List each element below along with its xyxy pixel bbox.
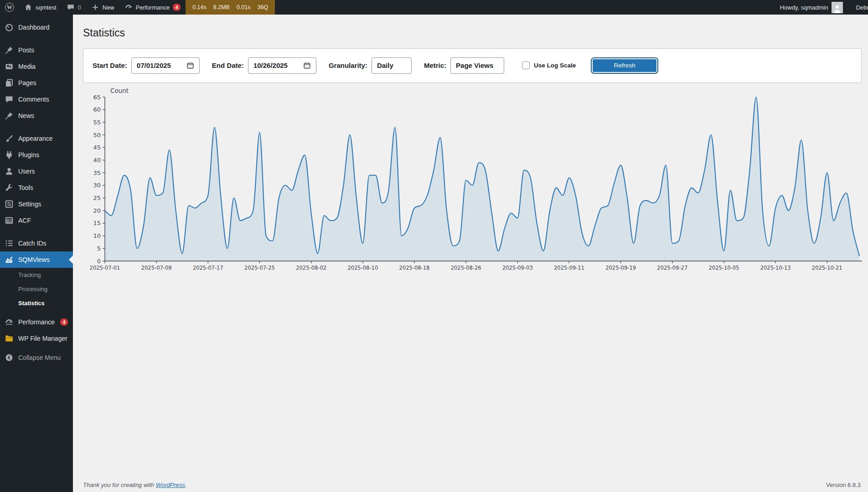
log-scale-checkbox[interactable] — [522, 62, 530, 69]
wp-logo-menu[interactable]: W — [0, 0, 19, 15]
end-date-input[interactable]: 10/26/2025 — [248, 57, 316, 74]
sidebar-item-comments[interactable]: Comments — [0, 91, 73, 108]
sidebar-item-sqmviews[interactable]: SQMViews — [0, 251, 73, 268]
performance-label: Performance — [136, 4, 170, 11]
start-date-input[interactable]: 07/01/2025 — [131, 57, 200, 74]
debug-label: Debug — [856, 4, 868, 11]
svg-text:2025-10-21: 2025-10-21 — [812, 265, 842, 271]
new-content-menu[interactable]: New — [86, 0, 119, 15]
plugins-icon — [5, 150, 14, 159]
svg-text:2025-09-27: 2025-09-27 — [657, 265, 687, 271]
svg-text:2025-10-05: 2025-10-05 — [709, 265, 739, 271]
howdy-label: Howdy, sqmadmin — [780, 4, 828, 11]
comments-icon — [5, 95, 14, 104]
sidebar-item-tools[interactable]: Tools — [0, 179, 73, 196]
metric-select[interactable]: Page Views — [450, 57, 504, 74]
svg-text:25: 25 — [93, 195, 101, 201]
submenu-item-processing[interactable]: Processing — [0, 282, 73, 296]
sidebar-item-settings[interactable]: Settings — [0, 196, 73, 212]
calendar-icon[interactable] — [303, 62, 311, 69]
end-date-group: End Date: 10/26/2025 — [212, 57, 316, 74]
start-date-value: 07/01/2025 — [137, 62, 171, 69]
comments-shortcut[interactable]: 0 — [62, 0, 86, 15]
submenu-item-statistics[interactable]: Statistics — [0, 296, 73, 310]
controls-card: Start Date: 07/01/2025 End Date: 10/26/2… — [83, 48, 862, 83]
svg-text:35: 35 — [93, 169, 101, 176]
end-date-value: 10/26/2025 — [253, 62, 288, 69]
svg-text:0: 0 — [97, 258, 101, 265]
qm-memory: 8.2MB — [213, 4, 230, 10]
area-chart-canvas: 05101520253035404550556065Count2025-07-0… — [73, 82, 868, 285]
pin-icon — [5, 46, 14, 55]
comment-bubble-icon — [67, 3, 75, 11]
chart-area-fill — [105, 97, 859, 261]
svg-text:30: 30 — [93, 182, 101, 189]
sidebar-item-users[interactable]: Users — [0, 163, 73, 179]
svg-text:10: 10 — [93, 232, 101, 239]
log-scale-group: Use Log Scale — [522, 62, 576, 69]
sidebar-item-collapse-menu[interactable]: Collapse Menu — [0, 349, 73, 366]
site-name-link[interactable]: sqmtest — [19, 0, 62, 15]
numbered-list-icon — [5, 239, 14, 248]
svg-text:2025-09-03: 2025-09-03 — [502, 265, 533, 271]
start-date-group: Start Date: 07/01/2025 — [93, 57, 200, 74]
svg-text:60: 60 — [93, 106, 101, 113]
performance-gauge-icon — [124, 3, 133, 11]
home-icon — [24, 3, 32, 11]
sidebar-item-wp-file-manager[interactable]: WP File Manager — [0, 330, 73, 347]
new-label: New — [103, 4, 114, 11]
svg-text:2025-07-01: 2025-07-01 — [90, 265, 120, 271]
metric-label: Metric: — [424, 62, 446, 69]
svg-text:45: 45 — [93, 144, 101, 151]
svg-text:2025-07-25: 2025-07-25 — [244, 265, 275, 271]
calendar-icon[interactable] — [186, 62, 194, 69]
svg-text:40: 40 — [93, 157, 101, 164]
plus-icon — [91, 3, 99, 11]
sidebar-item-catch-ids[interactable]: Catch IDs — [0, 235, 73, 251]
sidebar-item-posts[interactable]: Posts — [0, 42, 73, 58]
admin-bar: W sqmtest 0 New Performance 4 0.14s 8.2M… — [0, 0, 868, 15]
debug-menu[interactable]: Debug — [848, 0, 868, 15]
collapse-arrow-icon — [5, 353, 14, 362]
dashboard-icon — [5, 23, 14, 32]
granularity-select[interactable]: Daily — [372, 57, 412, 74]
qm-page-time: 0.14s — [192, 4, 207, 10]
svg-text:2025-07-17: 2025-07-17 — [193, 265, 223, 271]
admin-sidebar: Dashboard Posts Media Pages Comments New… — [0, 15, 73, 492]
svg-text:2025-08-18: 2025-08-18 — [399, 265, 430, 271]
qm-query-count: 36Q — [258, 4, 269, 10]
granularity-label: Granularity: — [329, 62, 367, 69]
sidebar-item-pages[interactable]: Pages — [0, 75, 73, 91]
performance-badge: 4 — [173, 4, 181, 11]
sidebar-item-plugins[interactable]: Plugins — [0, 147, 73, 163]
log-scale-label: Use Log Scale — [534, 62, 576, 69]
refresh-button[interactable]: Refresh — [592, 58, 657, 73]
submenu-item-tracking[interactable]: Tracking — [0, 268, 73, 282]
statistics-chart: 05101520253035404550556065Count2025-07-0… — [73, 82, 868, 285]
sidebar-item-dashboard[interactable]: Dashboard — [0, 19, 73, 36]
folder-icon — [5, 334, 14, 343]
sidebar-item-performance[interactable]: Performance 4 — [0, 314, 73, 330]
svg-text:2025-07-09: 2025-07-09 — [141, 265, 172, 271]
sidebar-item-appearance[interactable]: Appearance — [0, 130, 73, 147]
svg-text:2025-08-26: 2025-08-26 — [451, 265, 481, 271]
my-account-menu[interactable]: Howdy, sqmadmin — [775, 0, 848, 15]
metric-value: Page Views — [456, 62, 493, 69]
query-monitor-metrics[interactable]: 0.14s 8.2MB 0.01s 36Q — [186, 0, 275, 15]
sidebar-item-media[interactable]: Media — [0, 58, 73, 75]
svg-text:2025-09-19: 2025-09-19 — [605, 265, 636, 271]
avatar — [832, 2, 843, 13]
svg-text:2025-08-02: 2025-08-02 — [296, 265, 326, 271]
footer-version: Version 6.8.3 — [826, 482, 861, 488]
tools-icon — [5, 183, 14, 192]
wordpress-link[interactable]: WordPress — [156, 482, 185, 488]
sidebar-item-acf[interactable]: ACF — [0, 212, 73, 229]
line-chart-icon — [5, 255, 14, 264]
granularity-value: Daily — [377, 62, 393, 69]
svg-text:65: 65 — [93, 94, 101, 101]
svg-text:15: 15 — [93, 220, 101, 226]
page-title: Statistics — [83, 26, 862, 40]
performance-topbar-menu[interactable]: Performance 4 — [119, 0, 186, 15]
sidebar-item-news[interactable]: News — [0, 108, 73, 124]
settings-icon — [5, 200, 14, 209]
